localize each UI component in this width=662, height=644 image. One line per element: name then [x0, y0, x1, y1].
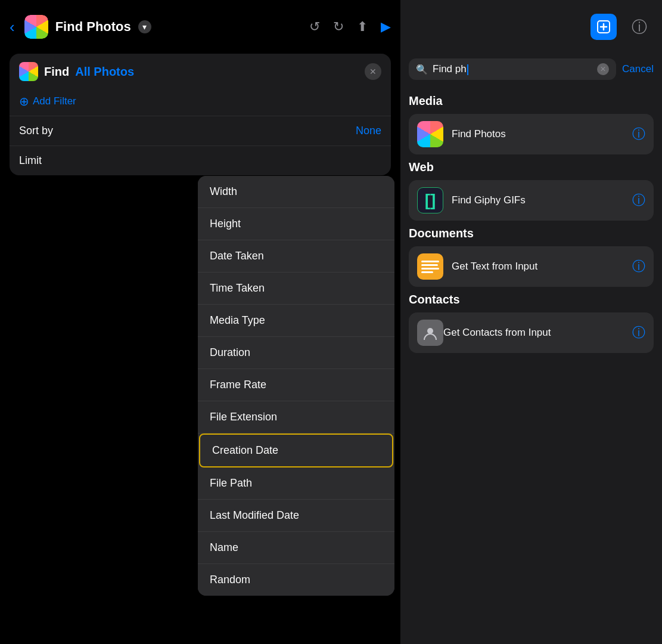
find-photos-info-button[interactable]: ⓘ: [632, 125, 645, 143]
get-text-label: Get Text from Input: [452, 261, 632, 273]
app-title: Find Photos: [55, 19, 131, 35]
close-button[interactable]: ✕: [365, 63, 381, 80]
back-button[interactable]: ‹: [10, 18, 15, 36]
top-bar-actions: ↺ ↻ ⬆ ▶: [309, 19, 391, 35]
dropdown-item-creation-date[interactable]: Creation Date: [199, 434, 393, 467]
photos-app-icon: [24, 15, 48, 39]
add-action-button[interactable]: [590, 14, 617, 40]
limit-label: Limit: [19, 154, 381, 167]
text-line-1: [421, 261, 439, 262]
app-icon: [24, 15, 48, 39]
play-button[interactable]: ▶: [381, 19, 391, 35]
dropdown-item-last-modified[interactable]: Last Modified Date: [198, 500, 394, 532]
dropdown-item-height[interactable]: Height: [198, 208, 394, 240]
contact-person-icon: [422, 324, 439, 341]
search-bar[interactable]: 🔍 Find ph ✕: [409, 58, 616, 80]
search-results: Media Find Photos ⓘ Web [] Find Giphy GI…: [400, 85, 662, 644]
cancel-button[interactable]: Cancel: [622, 63, 654, 75]
sort-dropdown: Width Height Date Taken Time Taken Media…: [198, 176, 394, 596]
find-photos-label: Find Photos: [452, 128, 632, 140]
find-giphy-label: Find Giphy GIFs: [452, 194, 632, 206]
dropdown-item-random[interactable]: Random: [198, 564, 394, 596]
text-line-4: [421, 271, 433, 273]
sort-by-label: Sort by: [19, 125, 356, 137]
clear-search-button[interactable]: ✕: [597, 63, 609, 75]
find-photos-card: Find All Photos ✕ ⊕ Add Filter Sort by N…: [10, 54, 391, 175]
left-panel: ‹ Find Photos ▾ ↺ ↻ ⬆ ▶ Find All Photos …: [0, 0, 400, 644]
search-icon: 🔍: [416, 64, 428, 75]
info-icon: ⓘ: [632, 17, 647, 38]
result-find-giphy[interactable]: [] Find Giphy GIFs ⓘ: [409, 180, 654, 221]
dropdown-item-date-taken[interactable]: Date Taken: [198, 240, 394, 273]
share-icon[interactable]: ⬆: [357, 19, 368, 35]
section-label-contacts: Contacts: [409, 293, 654, 306]
result-find-photos[interactable]: Find Photos ⓘ: [409, 114, 654, 154]
result-get-contacts[interactable]: Get Contacts from Input ⓘ: [409, 312, 654, 353]
section-label-media: Media: [409, 94, 654, 108]
add-filter-icon: ⊕: [19, 94, 29, 109]
get-text-icon: [417, 253, 443, 280]
add-action-icon: [596, 19, 611, 35]
find-giphy-icon: []: [417, 187, 443, 213]
sort-by-value[interactable]: None: [356, 125, 381, 137]
svg-point-3: [427, 328, 433, 334]
redo-icon[interactable]: ↻: [333, 19, 344, 35]
add-filter-button[interactable]: ⊕ Add Filter: [10, 89, 391, 116]
info-button[interactable]: ⓘ: [626, 14, 652, 40]
card-header: Find All Photos ✕: [10, 54, 391, 89]
dropdown-item-name[interactable]: Name: [198, 532, 394, 564]
find-photos-icon: [417, 121, 443, 147]
dropdown-item-file-path[interactable]: File Path: [198, 467, 394, 500]
card-find-label: Find: [44, 65, 69, 79]
dropdown-item-media-type[interactable]: Media Type: [198, 305, 394, 337]
result-get-text[interactable]: Get Text from Input ⓘ: [409, 246, 654, 287]
limit-row[interactable]: Limit: [10, 145, 391, 175]
section-label-documents: Documents: [409, 227, 654, 240]
section-label-web: Web: [409, 160, 654, 174]
dropdown-item-frame-rate[interactable]: Frame Rate: [198, 369, 394, 401]
find-giphy-info-button[interactable]: ⓘ: [632, 191, 645, 209]
chevron-down-icon[interactable]: ▾: [138, 20, 151, 33]
dropdown-item-file-extension[interactable]: File Extension: [198, 401, 394, 434]
dropdown-item-duration[interactable]: Duration: [198, 337, 394, 369]
dropdown-item-time-taken[interactable]: Time Taken: [198, 273, 394, 305]
search-bar-container: 🔍 Find ph ✕ Cancel: [400, 54, 662, 85]
add-filter-label: Add Filter: [33, 95, 76, 107]
top-bar: ‹ Find Photos ▾ ↺ ↻ ⬆ ▶: [0, 0, 400, 54]
card-photos-icon: [19, 62, 38, 81]
search-input[interactable]: Find ph: [433, 63, 592, 75]
text-cursor: [467, 64, 468, 75]
text-line-2: [421, 264, 438, 266]
right-top-bar: ⓘ: [400, 0, 662, 54]
text-line-3: [421, 268, 439, 270]
search-text: Find ph: [433, 63, 467, 75]
card-all-photos-label[interactable]: All Photos: [75, 65, 134, 79]
right-panel: ⓘ 🔍 Find ph ✕ Cancel Media Find Photos ⓘ…: [400, 0, 662, 644]
get-contacts-info-button[interactable]: ⓘ: [632, 324, 645, 342]
text-lines-decoration: [417, 256, 444, 278]
get-text-info-button[interactable]: ⓘ: [632, 258, 645, 275]
dropdown-item-width[interactable]: Width: [198, 176, 394, 208]
get-contacts-icon: [417, 320, 443, 346]
sort-by-row[interactable]: Sort by None: [10, 116, 391, 145]
undo-icon[interactable]: ↺: [309, 19, 320, 35]
get-contacts-label: Get Contacts from Input: [443, 327, 632, 339]
